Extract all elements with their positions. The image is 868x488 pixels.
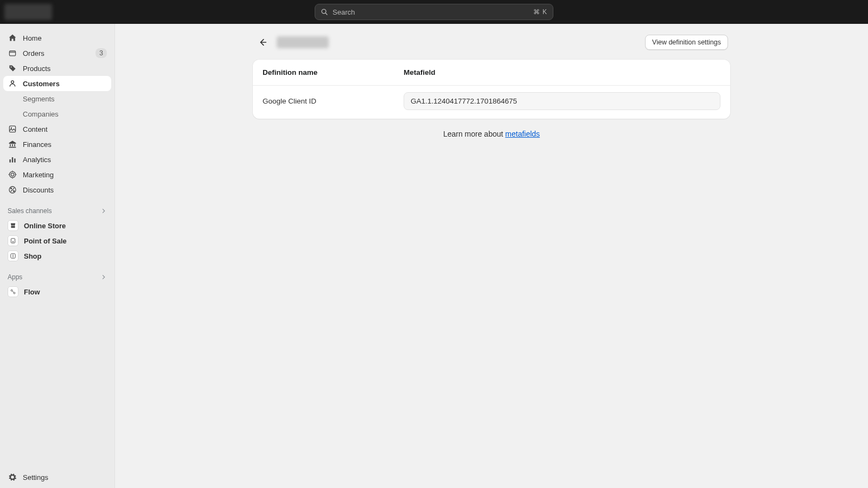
- sidebar-item-label: Flow: [24, 288, 107, 296]
- nav: Home Orders 3 Products Customers: [3, 30, 111, 466]
- table-row: Google Client ID GA1.1.1240417772.170186…: [253, 86, 730, 119]
- sidebar-sub-segments[interactable]: Segments: [3, 91, 111, 106]
- page-header: View definition settings: [253, 35, 730, 50]
- svg-point-3: [11, 67, 12, 68]
- sidebar-item-label: Shop: [24, 252, 107, 260]
- sidebar-item-home[interactable]: Home: [3, 30, 111, 46]
- sidebar-item-label: Content: [23, 125, 107, 133]
- column-header-name: Definition name: [263, 68, 404, 76]
- gear-icon: [8, 472, 17, 482]
- view-definition-settings-button[interactable]: View definition settings: [645, 35, 728, 50]
- svg-rect-5: [9, 126, 15, 132]
- section-header-sales[interactable]: Sales channels: [3, 204, 111, 218]
- search-icon: [321, 8, 328, 16]
- page-header-left: [255, 35, 329, 50]
- sidebar-item-finances[interactable]: Finances: [3, 137, 111, 152]
- logo: [4, 4, 52, 20]
- definition-name: Google Client ID: [263, 97, 404, 105]
- svg-point-6: [11, 127, 12, 129]
- sidebar-footer: Settings: [3, 466, 111, 485]
- back-button[interactable]: [255, 35, 270, 50]
- column-header-metafield: Metafield: [404, 68, 720, 76]
- section-header-label: Apps: [8, 273, 22, 281]
- sidebar-item-label: Marketing: [23, 171, 107, 179]
- sidebar-item-label: Analytics: [23, 156, 107, 164]
- svg-point-17: [12, 241, 13, 242]
- definition-card: Definition name Metafield Google Client …: [253, 60, 730, 119]
- home-icon: [8, 33, 17, 43]
- content-icon: [8, 124, 17, 134]
- tag-icon: [8, 63, 17, 73]
- main: View definition settings Definition name…: [115, 24, 868, 488]
- shop-icon: [8, 251, 18, 261]
- sidebar-item-label: Point of Sale: [24, 237, 107, 245]
- app: Home Orders 3 Products Customers: [0, 24, 868, 488]
- card-header: Definition name Metafield: [253, 60, 730, 86]
- section-header-label: Sales channels: [8, 207, 52, 215]
- discount-icon: [8, 185, 17, 195]
- person-icon: [8, 79, 17, 88]
- sidebar-channel-shop[interactable]: Shop: [3, 248, 111, 264]
- orders-badge: 3: [95, 48, 107, 58]
- sidebar-item-label: Home: [23, 34, 107, 42]
- flow-icon: [8, 286, 18, 297]
- topbar: Search ⌘ K: [0, 0, 868, 24]
- sidebar-item-label: Companies: [23, 110, 107, 118]
- sidebar-item-label: Products: [23, 65, 107, 73]
- sidebar-item-customers[interactable]: Customers: [3, 76, 111, 91]
- svg-point-10: [9, 171, 15, 177]
- search-placeholder: Search: [333, 8, 529, 16]
- sidebar-item-label: Orders: [23, 49, 90, 57]
- sidebar-item-label: Segments: [23, 95, 107, 103]
- chevron-right-icon: [100, 274, 107, 280]
- svg-point-19: [11, 290, 12, 291]
- sidebar-item-label: Finances: [23, 140, 107, 149]
- pos-icon: [8, 235, 18, 246]
- sidebar-sub-companies[interactable]: Companies: [3, 106, 111, 121]
- sidebar-item-label: Customers: [23, 80, 107, 88]
- page-title: [277, 36, 329, 48]
- sidebar-item-label: Online Store: [24, 222, 107, 230]
- page: View definition settings Definition name…: [253, 35, 730, 138]
- sidebar-settings[interactable]: Settings: [3, 470, 111, 485]
- arrow-left-icon: [258, 37, 267, 47]
- metafields-link[interactable]: metafields: [505, 130, 540, 138]
- target-icon: [8, 170, 17, 179]
- search-shortcut: ⌘ K: [533, 8, 547, 16]
- learn-more: Learn more about metafields: [253, 130, 730, 138]
- search-wrap: Search ⌘ K: [315, 4, 553, 20]
- store-icon: [8, 220, 18, 231]
- svg-rect-8: [12, 157, 13, 163]
- search-input[interactable]: Search ⌘ K: [315, 4, 553, 20]
- sidebar-item-label: Settings: [23, 473, 107, 481]
- svg-rect-9: [14, 158, 15, 162]
- sidebar-item-orders[interactable]: Orders 3: [3, 46, 111, 61]
- sidebar-app-flow[interactable]: Flow: [3, 284, 111, 299]
- sidebar-item-discounts[interactable]: Discounts: [3, 182, 111, 197]
- chevron-right-icon: [100, 208, 107, 214]
- bars-icon: [8, 155, 17, 164]
- svg-point-11: [11, 173, 14, 176]
- sidebar-item-content[interactable]: Content: [3, 121, 111, 137]
- sidebar-channel-pos[interactable]: Point of Sale: [3, 233, 111, 248]
- section-header-apps[interactable]: Apps: [3, 270, 111, 284]
- svg-point-4: [11, 81, 14, 84]
- svg-point-13: [11, 188, 12, 189]
- svg-rect-7: [9, 159, 10, 163]
- learn-more-prefix: Learn more about: [443, 130, 505, 138]
- sidebar-item-products[interactable]: Products: [3, 61, 111, 76]
- svg-point-20: [14, 292, 15, 294]
- sidebar-item-label: Discounts: [23, 186, 107, 194]
- svg-rect-2: [9, 51, 15, 56]
- orders-icon: [8, 48, 17, 58]
- sidebar-item-marketing[interactable]: Marketing: [3, 167, 111, 182]
- bank-icon: [8, 139, 17, 149]
- metafield-value-input[interactable]: GA1.1.1240417772.1701864675: [404, 92, 720, 110]
- svg-point-14: [13, 190, 14, 191]
- sidebar-channel-online-store[interactable]: Online Store: [3, 218, 111, 233]
- svg-line-1: [326, 13, 327, 15]
- sidebar-item-analytics[interactable]: Analytics: [3, 152, 111, 167]
- sidebar: Home Orders 3 Products Customers: [0, 24, 115, 488]
